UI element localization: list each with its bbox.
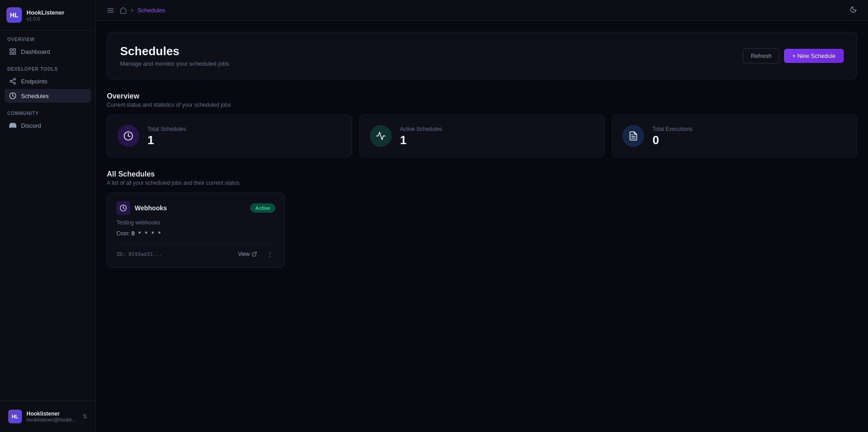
page-header-card: Schedules Manage and monitor your schedu… bbox=[107, 32, 857, 79]
svg-rect-2 bbox=[13, 52, 16, 54]
schedules-list: Webhooks Active Testing webhooks Cron: 0… bbox=[107, 193, 857, 268]
stat-card-total-executions: Total Executions 0 bbox=[612, 115, 857, 157]
stat-value-total-executions: 0 bbox=[652, 134, 692, 146]
chevron-up-down-icon: ⇅ bbox=[83, 413, 87, 420]
share-icon bbox=[9, 78, 16, 85]
svg-rect-3 bbox=[10, 52, 12, 54]
sidebar-section-label-devtools: Developer Tools bbox=[5, 67, 91, 72]
stat-card-total-schedules: Total Schedules 1 bbox=[107, 115, 352, 157]
sidebar-item-label-endpoints: Endpoints bbox=[21, 78, 47, 85]
sidebar: HL HookListener v1.0.0 Overview Dashboar… bbox=[0, 0, 96, 432]
overview-section-subtitle: Current status and statistics of your sc… bbox=[107, 102, 857, 108]
stat-info-active-schedules: Active Schedules 1 bbox=[400, 126, 442, 146]
svg-line-8 bbox=[12, 79, 14, 81]
schedule-cron: Cron: 0 * * * * bbox=[116, 230, 275, 237]
user-info: Hooklistener hooklistener@hooklis... bbox=[26, 411, 78, 422]
sidebar-item-label-dashboard: Dashboard bbox=[21, 48, 50, 55]
schedule-card-header: Webhooks Active bbox=[116, 201, 275, 215]
app-info: HookListener v1.0.0 bbox=[26, 9, 64, 21]
stat-info-total-executions: Total Executions 0 bbox=[652, 126, 692, 146]
discord-icon bbox=[9, 122, 16, 129]
sidebar-section-label-community: Community bbox=[5, 111, 91, 116]
all-schedules-title: All Schedules bbox=[107, 170, 857, 178]
app-logo: HL bbox=[6, 7, 22, 23]
main-content: Schedules Manage and monitor your schedu… bbox=[96, 21, 868, 432]
page-subtitle: Manage and monitor your scheduled jobs bbox=[120, 60, 229, 67]
svg-line-17 bbox=[254, 252, 257, 255]
more-options-button[interactable]: ⋮ bbox=[264, 249, 275, 259]
all-schedules-subtitle: A list of all your scheduled jobs and th… bbox=[107, 180, 857, 186]
user-email: hooklistener@hooklis... bbox=[26, 417, 78, 422]
sidebar-nav: Overview Dashboard Developer Tools Endpo… bbox=[0, 31, 95, 401]
schedule-actions: View ⋮ bbox=[235, 249, 275, 259]
topbar-right bbox=[848, 4, 859, 17]
overview-section: Overview Current status and statistics o… bbox=[107, 92, 857, 157]
sidebar-item-label-discord: Discord bbox=[21, 122, 41, 129]
overview-section-title: Overview bbox=[107, 92, 857, 100]
schedule-id: ID: 0193ad33... bbox=[116, 251, 162, 257]
svg-rect-0 bbox=[10, 49, 12, 51]
overview-section-header: Overview Current status and statistics o… bbox=[107, 92, 857, 108]
schedule-card-footer: ID: 0193ad33... View ⋮ bbox=[116, 243, 275, 259]
sidebar-section-label-overview: Overview bbox=[5, 37, 91, 42]
sidebar-item-schedules[interactable]: Schedules bbox=[5, 89, 91, 103]
sidebar-user[interactable]: HL Hooklistener hooklistener@hooklis... … bbox=[5, 406, 91, 427]
page-header-text: Schedules Manage and monitor your schedu… bbox=[120, 44, 229, 67]
app-version: v1.0.0 bbox=[26, 16, 64, 21]
schedule-description: Testing webhooks bbox=[116, 219, 275, 226]
clock-icon bbox=[9, 92, 16, 99]
sidebar-item-discord[interactable]: Discord bbox=[5, 119, 91, 132]
stat-card-active-schedules: Active Schedules 1 bbox=[359, 115, 605, 157]
clock-stat-icon bbox=[117, 125, 139, 147]
breadcrumb-home[interactable] bbox=[120, 7, 127, 14]
stat-label-active-schedules: Active Schedules bbox=[400, 126, 442, 132]
activity-stat-icon bbox=[370, 125, 392, 147]
stat-value-active-schedules: 1 bbox=[400, 134, 442, 146]
sidebar-footer: HL Hooklistener hooklistener@hooklis... … bbox=[0, 401, 95, 432]
grid-icon bbox=[9, 48, 16, 55]
schedule-card-webhooks: Webhooks Active Testing webhooks Cron: 0… bbox=[107, 193, 285, 268]
sidebar-item-dashboard[interactable]: Dashboard bbox=[5, 45, 91, 58]
topbar: > Schedules bbox=[96, 0, 868, 21]
svg-rect-1 bbox=[13, 49, 16, 51]
breadcrumb-current: Schedules bbox=[137, 7, 165, 14]
breadcrumb: > Schedules bbox=[105, 5, 165, 16]
all-schedules-section-header: All Schedules A list of all your schedul… bbox=[107, 170, 857, 186]
schedule-name-row: Webhooks bbox=[116, 201, 167, 215]
svg-line-7 bbox=[12, 82, 14, 83]
sidebar-section-community: Community Discord bbox=[5, 111, 91, 132]
avatar: HL bbox=[8, 410, 22, 423]
sidebar-toggle-icon[interactable] bbox=[105, 5, 116, 16]
new-schedule-button[interactable]: + New Schedule bbox=[784, 49, 844, 63]
app-name: HookListener bbox=[26, 9, 64, 16]
stat-value-total-schedules: 1 bbox=[147, 134, 186, 146]
sidebar-header: HL HookListener v1.0.0 bbox=[0, 0, 95, 31]
file-stat-icon bbox=[622, 125, 644, 147]
user-name: Hooklistener bbox=[26, 411, 78, 417]
schedule-name: Webhooks bbox=[135, 204, 167, 212]
sidebar-section-overview: Overview Dashboard bbox=[5, 37, 91, 58]
main-area: > Schedules Schedules Manage and monitor… bbox=[96, 0, 868, 432]
stat-label-total-schedules: Total Schedules bbox=[147, 126, 186, 132]
sidebar-item-label-schedules: Schedules bbox=[21, 93, 49, 99]
content-area: Schedules Manage and monitor your schedu… bbox=[96, 21, 868, 279]
stat-label-total-executions: Total Executions bbox=[652, 126, 692, 132]
schedule-icon bbox=[116, 201, 130, 215]
page-header-actions: Refresh + New Schedule bbox=[743, 48, 844, 63]
sidebar-section-developer-tools: Developer Tools Endpoints Schedules bbox=[5, 67, 91, 103]
status-badge: Active bbox=[250, 203, 275, 213]
sidebar-item-endpoints[interactable]: Endpoints bbox=[5, 74, 91, 88]
stats-grid: Total Schedules 1 Active Schedules 1 bbox=[107, 115, 857, 157]
stat-info-total-schedules: Total Schedules 1 bbox=[147, 126, 186, 146]
refresh-button[interactable]: Refresh bbox=[743, 48, 779, 63]
view-button[interactable]: View bbox=[235, 250, 260, 259]
schedule-cron-value: 0 * * * * bbox=[132, 230, 161, 237]
breadcrumb-separator: > bbox=[131, 7, 134, 14]
page-title: Schedules bbox=[120, 44, 229, 58]
theme-toggle-icon[interactable] bbox=[848, 4, 859, 17]
all-schedules-section: All Schedules A list of all your schedul… bbox=[107, 170, 857, 268]
